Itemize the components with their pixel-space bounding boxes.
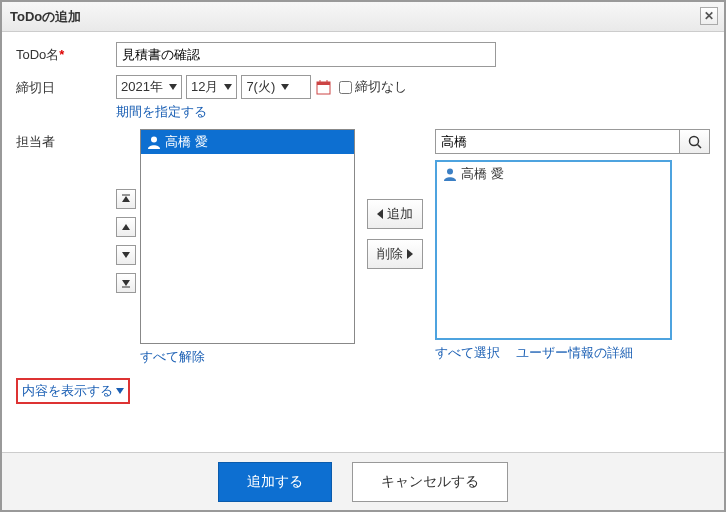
select-all-link[interactable]: すべて選択 — [435, 344, 500, 362]
svg-rect-1 — [317, 82, 330, 85]
user-details-link[interactable]: ユーザー情報の詳細 — [516, 344, 633, 362]
no-deadline-input[interactable] — [339, 81, 352, 94]
close-button[interactable]: ✕ — [700, 7, 718, 25]
member-name: 高橋 愛 — [461, 165, 504, 183]
move-bottom-button[interactable] — [116, 273, 136, 293]
dialog-content: ToDo名* 締切日 2021年 12月 7(火) — [2, 32, 724, 408]
svg-point-13 — [447, 169, 453, 175]
day-value: 7(火) — [246, 78, 275, 96]
arrow-right-icon — [407, 249, 413, 259]
candidate-members-listbox[interactable]: 高橋 愛 — [435, 160, 672, 340]
remove-member-button[interactable]: 削除 — [367, 239, 423, 269]
chevron-down-icon — [116, 388, 124, 394]
svg-marker-6 — [122, 224, 130, 230]
show-content-label: 内容を表示する — [22, 382, 113, 400]
todo-name-label: ToDo名 — [16, 47, 59, 62]
person-icon — [443, 167, 457, 181]
cancel-button[interactable]: キャンセルする — [352, 462, 508, 502]
row-deadline: 締切日 2021年 12月 7(火) 締切なし 期間を指定する — [16, 75, 710, 121]
remove-btn-label: 削除 — [377, 245, 403, 263]
member-name: 高橋 愛 — [165, 133, 208, 151]
label-deadline: 締切日 — [16, 75, 116, 121]
add-btn-label: 追加 — [387, 205, 413, 223]
period-link[interactable]: 期間を指定する — [116, 103, 207, 121]
dialog-footer: 追加する キャンセルする — [2, 452, 724, 510]
svg-line-12 — [697, 144, 701, 148]
dialog-titlebar: ToDoの追加 ✕ — [2, 2, 724, 32]
selected-members-listbox[interactable]: 高橋 愛 — [140, 129, 355, 344]
svg-point-11 — [689, 136, 698, 145]
close-icon: ✕ — [704, 9, 714, 23]
search-icon — [688, 135, 702, 149]
label-assignee: 担当者 — [16, 129, 116, 366]
no-deadline-label: 締切なし — [355, 78, 407, 96]
svg-marker-5 — [122, 196, 130, 202]
list-item[interactable]: 高橋 愛 — [437, 162, 670, 186]
year-select[interactable]: 2021年 — [116, 75, 182, 99]
deselect-all-link[interactable]: すべて解除 — [140, 348, 205, 366]
arrow-left-icon — [377, 209, 383, 219]
submit-button[interactable]: 追加する — [218, 462, 332, 502]
svg-marker-7 — [122, 252, 130, 258]
chevron-down-icon — [169, 84, 177, 90]
assignee-label: 担当者 — [16, 134, 55, 149]
dialog-title: ToDoの追加 — [10, 8, 81, 26]
todo-add-dialog: ToDoの追加 ✕ ToDo名* 締切日 2021年 12月 7(火) — [0, 0, 726, 512]
svg-marker-8 — [122, 280, 130, 286]
search-button[interactable] — [680, 129, 710, 154]
label-todo-name: ToDo名* — [16, 42, 116, 67]
calendar-icon[interactable] — [315, 79, 331, 95]
row-assignee: 担当者 高橋 愛 すべて解除 — [16, 129, 710, 366]
svg-point-10 — [151, 137, 157, 143]
move-up-button[interactable] — [116, 217, 136, 237]
year-value: 2021年 — [121, 78, 163, 96]
move-down-button[interactable] — [116, 245, 136, 265]
move-top-button[interactable] — [116, 189, 136, 209]
show-content-toggle[interactable]: 内容を表示する — [16, 378, 130, 404]
day-select[interactable]: 7(火) — [241, 75, 311, 99]
chevron-down-icon — [281, 84, 289, 90]
month-value: 12月 — [191, 78, 218, 96]
chevron-down-icon — [224, 84, 232, 90]
add-member-button[interactable]: 追加 — [367, 199, 423, 229]
required-marker: * — [59, 47, 64, 62]
person-icon — [147, 135, 161, 149]
no-deadline-checkbox[interactable]: 締切なし — [339, 78, 407, 96]
search-input[interactable] — [435, 129, 680, 154]
list-item[interactable]: 高橋 愛 — [141, 130, 354, 154]
deadline-label: 締切日 — [16, 80, 55, 95]
row-todo-name: ToDo名* — [16, 42, 710, 67]
month-select[interactable]: 12月 — [186, 75, 237, 99]
todo-name-input[interactable] — [116, 42, 496, 67]
